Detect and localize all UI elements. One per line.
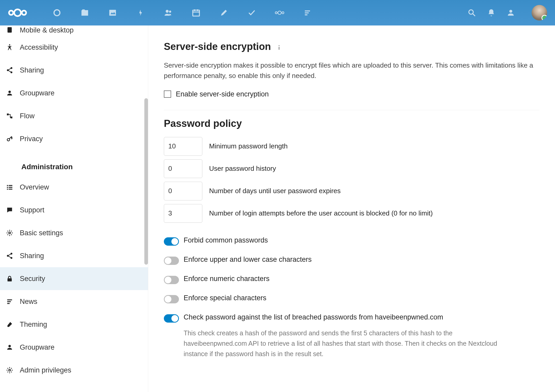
section-server-side-encryption: Server-side encryption Server-side encry… (164, 33, 539, 110)
section-title-password-policy: Password policy (164, 118, 539, 129)
user-avatar[interactable] (532, 5, 547, 21)
toggle-enforce-case[interactable] (164, 257, 179, 265)
nav-deck-icon[interactable] (266, 0, 293, 25)
enable-encryption-row: Enable server-side encryption (164, 90, 539, 98)
svg-rect-36 (7, 189, 8, 190)
sidebar-scrollbar[interactable] (144, 98, 148, 265)
notifications-icon[interactable] (485, 6, 498, 19)
sidebar-item-overview[interactable]: Overview (0, 176, 148, 199)
svg-rect-46 (7, 301, 11, 302)
nav-activity-icon[interactable] (126, 0, 154, 25)
sidebar-item-label: Groupware (20, 343, 55, 351)
toggle-enforce-special[interactable] (164, 295, 179, 303)
nav-dashboard-icon[interactable] (43, 0, 71, 25)
settings-main: Server-side encryption Server-side encry… (148, 25, 555, 392)
sidebar-item-label: Support (20, 206, 44, 214)
svg-point-3 (54, 10, 60, 16)
flow-icon (5, 112, 14, 120)
svg-rect-32 (7, 185, 8, 186)
sidebar-heading-administration: Administration (0, 150, 148, 176)
sidebar-item-label: Sharing (20, 252, 44, 260)
svg-rect-33 (9, 185, 12, 186)
accessibility-icon (5, 43, 14, 52)
sidebar-item-basic-settings[interactable]: Basic settings (0, 221, 148, 244)
svg-point-48 (8, 345, 11, 347)
svg-point-6 (166, 10, 169, 13)
app-logo[interactable] (8, 6, 27, 19)
svg-line-26 (8, 68, 11, 70)
toggle-enforce-numeric[interactable] (164, 276, 179, 284)
svg-rect-15 (305, 10, 310, 11)
sidebar-item-sharing[interactable]: Sharing (0, 59, 148, 82)
sidebar-item-admin-privileges[interactable]: Admin privileges (0, 359, 148, 382)
sidebar-item-groupware-admin[interactable]: Groupware (0, 336, 148, 359)
sidebar-item-flow[interactable]: Flow (0, 104, 148, 127)
min-length-input[interactable] (164, 137, 202, 156)
share-icon (5, 66, 14, 75)
toggle-row-enforce-special: Enforce special characters (164, 294, 539, 303)
password-expire-label: Number of days until user password expir… (209, 187, 341, 195)
sidebar-item-label: Groupware (20, 89, 55, 97)
sidebar-item-label: Sharing (20, 66, 44, 74)
svg-line-27 (8, 70, 11, 72)
password-expire-row: Number of days until user password expir… (164, 182, 539, 200)
sidebar-item-news[interactable]: News (0, 290, 148, 313)
svg-point-14 (282, 12, 284, 14)
password-policy-title-text: Password policy (164, 118, 242, 129)
nav-calendar-icon[interactable] (182, 0, 210, 25)
list-icon (5, 183, 14, 192)
toggle-forbid-common[interactable] (164, 237, 179, 246)
app-header (0, 0, 555, 25)
sidebar-item-sharing-admin[interactable]: Sharing (0, 244, 148, 267)
sidebar-item-label: Mobile & desktop (20, 26, 74, 34)
encryption-title-text: Server-side encryption (164, 41, 271, 52)
sidebar-item-privacy[interactable]: Privacy (0, 127, 148, 150)
svg-rect-51 (279, 47, 280, 50)
chat-icon (5, 206, 14, 214)
login-attempts-input[interactable] (164, 204, 202, 223)
sidebar-item-theming[interactable]: Theming (0, 313, 148, 336)
password-history-label: User password history (209, 165, 276, 173)
search-icon[interactable] (465, 6, 478, 19)
toggle-row-enforce-numeric: Enforce numeric characters (164, 275, 539, 284)
nav-contacts-icon[interactable] (154, 0, 182, 25)
sidebar-item-label: Flow (20, 112, 35, 120)
user-icon (5, 89, 14, 97)
sidebar-item-label: Overview (20, 183, 49, 191)
contacts-menu-icon[interactable] (504, 6, 517, 19)
svg-point-13 (275, 12, 277, 14)
nav-files-icon[interactable] (71, 0, 99, 25)
nav-tasks-icon[interactable] (238, 0, 266, 25)
nav-more-icon[interactable] (293, 0, 321, 25)
sidebar-item-groupware[interactable]: Groupware (0, 82, 148, 104)
nav-photos-icon[interactable] (99, 0, 126, 25)
header-nav (43, 0, 321, 25)
enable-encryption-checkbox[interactable] (164, 90, 171, 98)
svg-point-31 (7, 139, 10, 141)
password-history-input[interactable] (164, 159, 202, 178)
toggle-hibp[interactable] (164, 314, 179, 323)
sidebar-item-support[interactable]: Support (0, 199, 148, 221)
password-expire-input[interactable] (164, 182, 202, 200)
svg-point-12 (278, 11, 281, 15)
gear-icon (5, 366, 14, 375)
svg-rect-4 (109, 10, 116, 16)
svg-rect-44 (8, 278, 12, 282)
svg-point-7 (169, 11, 171, 13)
info-icon[interactable] (276, 44, 282, 50)
enable-encryption-label: Enable server-side encryption (176, 90, 269, 98)
nav-notes-icon[interactable] (210, 0, 238, 25)
sidebar-item-label: Accessibility (20, 43, 58, 51)
sidebar-item-accessibility[interactable]: Accessibility (0, 36, 148, 59)
share-icon (5, 251, 14, 260)
user-status-online-icon (541, 15, 547, 21)
encryption-description: Server-side encryption makes it possible… (164, 60, 539, 81)
svg-point-2 (22, 11, 26, 15)
sidebar-item-security[interactable]: Security (0, 267, 148, 290)
sidebar-item-mobile-desktop[interactable]: Mobile & desktop (0, 25, 148, 36)
svg-point-22 (9, 44, 10, 45)
svg-rect-35 (9, 187, 12, 188)
svg-point-38 (9, 232, 11, 234)
toggle-row-forbid-common: Forbid common passwords (164, 236, 539, 246)
svg-line-19 (473, 14, 475, 16)
